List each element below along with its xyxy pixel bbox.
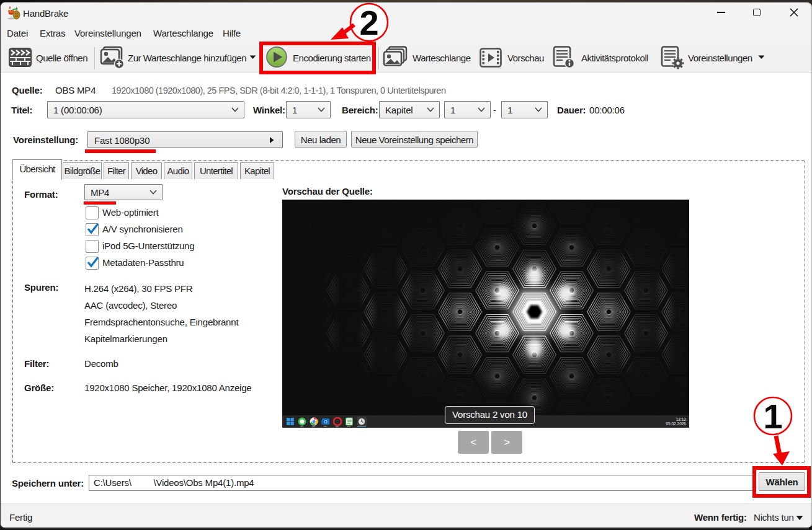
svg-text:2: 2 [360, 3, 379, 42]
svg-text:1: 1 [764, 397, 783, 436]
